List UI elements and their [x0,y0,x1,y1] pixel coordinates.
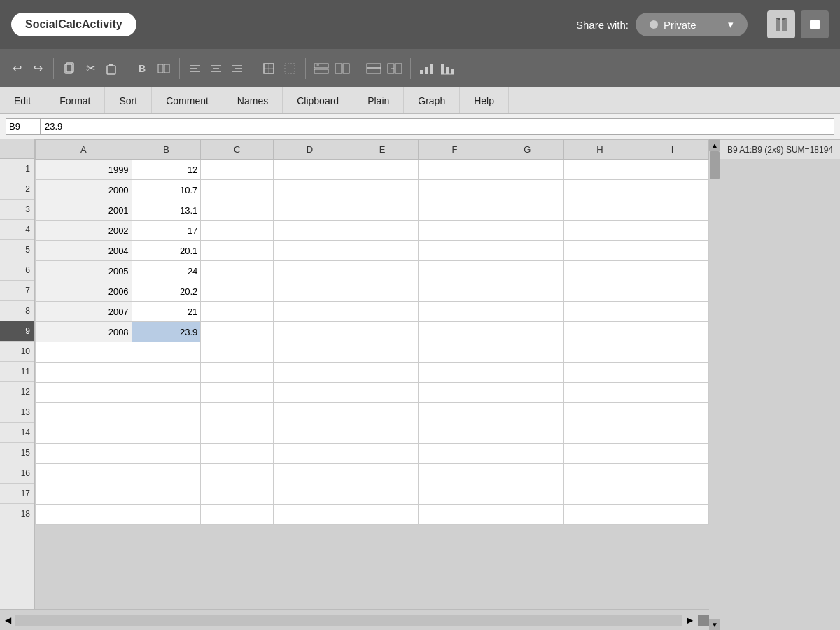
cell-I9[interactable] [636,322,709,342]
cell-B8[interactable]: 21 [132,302,201,322]
scroll-right-btn[interactable]: ▶ [682,612,698,628]
vscroll-thumb[interactable] [710,151,720,179]
cell-I3[interactable] [636,200,709,220]
cell-C6[interactable] [201,261,274,281]
cell-A9[interactable]: 2008 [36,322,132,342]
cell-G5[interactable] [491,241,564,261]
book-icon-btn[interactable] [767,10,795,38]
cell-F4[interactable] [419,220,491,241]
cell-A10[interactable] [36,342,132,363]
scroll-down-btn[interactable]: ▼ [709,619,720,630]
cell-ref-input[interactable] [6,118,41,135]
col-header-B[interactable]: B [132,140,201,160]
stop-icon-btn[interactable] [801,10,829,38]
cell-D6[interactable] [274,261,346,281]
cell-E5[interactable] [346,241,419,261]
cell-D9[interactable] [274,322,346,342]
bold-btn[interactable]: B [133,59,153,78]
cell-A1[interactable]: 1999 [36,160,132,180]
redo-btn[interactable]: ↪ [28,59,48,78]
cell-E7[interactable] [346,281,419,302]
cell-G7[interactable] [491,281,564,302]
cell-G9[interactable] [491,322,564,342]
cell-H10[interactable] [564,342,636,363]
chart-btn[interactable] [416,59,436,78]
cell-H4[interactable] [564,220,636,241]
split-btn[interactable] [385,59,405,78]
chart2-btn[interactable] [438,59,457,78]
col-header-C[interactable]: C [201,140,274,160]
cell-A7[interactable]: 2006 [36,281,132,302]
menu-graph[interactable]: Graph [404,88,460,113]
cell-A8[interactable]: 2007 [36,302,132,322]
cell-F2[interactable] [419,180,491,200]
cell-C5[interactable] [201,241,274,261]
align-center-btn[interactable] [206,59,226,78]
horizontal-scrollbar[interactable] [15,615,682,626]
cell-H1[interactable] [564,160,636,180]
cell-C4[interactable] [201,220,274,241]
cell-C8[interactable] [201,302,274,322]
cell-B1[interactable]: 12 [132,160,201,180]
cell-I1[interactable] [636,160,709,180]
menu-names[interactable]: Names [223,88,283,113]
cell-C9[interactable] [201,322,274,342]
cell-G2[interactable] [491,180,564,200]
col-header-I[interactable]: I [636,140,709,160]
cell-I5[interactable] [636,241,709,261]
align-left-btn[interactable] [186,59,205,78]
cell-F10[interactable] [419,342,491,363]
menu-comment[interactable]: Comment [152,88,223,113]
menu-sort[interactable]: Sort [105,88,152,113]
borders-btn[interactable] [259,59,279,78]
cell-I2[interactable] [636,180,709,200]
cell-H8[interactable] [564,302,636,322]
cell-D8[interactable] [274,302,346,322]
cell-I8[interactable] [636,302,709,322]
menu-edit[interactable]: Edit [0,88,46,113]
cell-F3[interactable] [419,200,491,220]
cell-A3[interactable]: 2001 [36,200,132,220]
cell-B7[interactable]: 20.2 [132,281,201,302]
cell-G4[interactable] [491,220,564,241]
paste-btn[interactable] [102,59,121,78]
cell-D7[interactable] [274,281,346,302]
cell-D2[interactable] [274,180,346,200]
cell-A6[interactable]: 2005 [36,261,132,281]
cell-F8[interactable] [419,302,491,322]
cell-H6[interactable] [564,261,636,281]
undo-btn[interactable]: ↩ [7,59,27,78]
cell-C1[interactable] [201,160,274,180]
cell-D3[interactable] [274,200,346,220]
col-header-D[interactable]: D [274,140,346,160]
cell-I10[interactable] [636,342,709,363]
cell-B9[interactable]: 23.9 [132,322,201,342]
cell-G6[interactable] [491,261,564,281]
cell-A2[interactable]: 2000 [36,180,132,200]
cell-A5[interactable]: 2004 [36,241,132,261]
align-right-btn[interactable] [227,59,247,78]
cell-G10[interactable] [491,342,564,363]
cell-I7[interactable] [636,281,709,302]
cell-A4[interactable]: 2002 [36,220,132,241]
menu-format[interactable]: Format [46,88,105,113]
cell-G1[interactable] [491,160,564,180]
freeze-btn[interactable] [364,59,384,78]
cell-B11[interactable] [132,363,201,383]
cell-C3[interactable] [201,200,274,220]
cell-E2[interactable] [346,180,419,200]
col-header-F[interactable]: F [419,140,491,160]
cell-F7[interactable] [419,281,491,302]
no-borders-btn[interactable] [280,59,300,78]
cell-B3[interactable]: 13.1 [132,200,201,220]
cell-H9[interactable] [564,322,636,342]
vertical-scrollbar[interactable]: ▲ ▼ [709,139,720,630]
cell-B10[interactable] [132,342,201,363]
cell-D5[interactable] [274,241,346,261]
cell-B4[interactable]: 17 [132,220,201,241]
cell-G3[interactable] [491,200,564,220]
menu-help[interactable]: Help [460,88,509,113]
cut-btn[interactable]: ✂ [80,59,100,78]
grid-scroll[interactable]: A B C D E F G H I [35,139,709,609]
cell-H3[interactable] [564,200,636,220]
